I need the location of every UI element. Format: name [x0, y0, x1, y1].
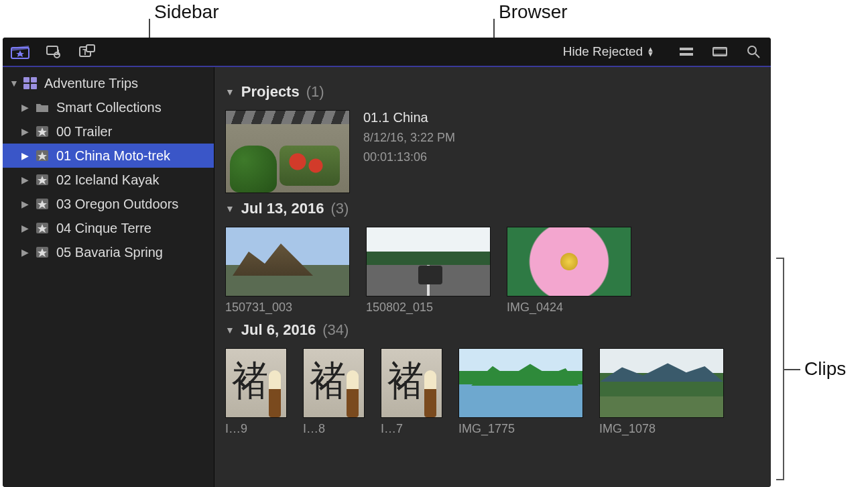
library-row[interactable]: ▼ Adventure Trips [3, 71, 214, 95]
project-duration: 00:01:13:06 [363, 150, 455, 164]
svg-marker-1 [16, 50, 24, 57]
titles-generators-icon[interactable]: T [78, 44, 97, 60]
sidebar-item-event[interactable]: ▶02 Iceland Kayak [3, 168, 214, 192]
disclosure-down-icon: ▼ [225, 203, 235, 214]
library-label: Adventure Trips [44, 76, 138, 91]
svg-rect-15 [31, 77, 37, 83]
thumb-scene [226, 124, 349, 193]
svg-rect-6 [86, 45, 95, 52]
clip-label: I…8 [303, 422, 365, 436]
section-count: (3) [330, 200, 349, 217]
clip-label: IMG_0424 [507, 301, 631, 315]
svg-rect-11 [713, 54, 727, 56]
clip-label: IMG_1775 [458, 422, 583, 436]
clip-item[interactable]: 150731_003 [225, 227, 350, 315]
clip-label: IMG_1078 [599, 422, 724, 436]
section-title: Jul 13, 2016 [241, 200, 324, 217]
callout-sidebar: Sidebar [154, 1, 219, 23]
svg-rect-16 [23, 84, 29, 89]
clip-thumbnail[interactable] [225, 227, 350, 296]
clip-item[interactable]: IMG_1775 [458, 348, 583, 436]
clips-bracket [776, 258, 784, 480]
clip-label: 150802_015 [366, 301, 491, 315]
svg-rect-14 [23, 77, 29, 83]
star-event-icon [35, 149, 50, 162]
section-count: (1) [306, 83, 324, 101]
app-window: T Hide Rejected ▲▼ ▼ Adventure Trips [3, 38, 771, 487]
clip-item[interactable]: I…8 [303, 348, 365, 436]
clip-filter-label: Hide Rejected [563, 44, 643, 59]
sidebar-item-label: 04 Cinque Terre [56, 221, 151, 236]
sidebar-item-label: 05 Bavaria Spring [56, 245, 163, 260]
toolbar: T Hide Rejected ▲▼ [3, 38, 771, 67]
updown-icon: ▲▼ [647, 47, 654, 56]
sidebar: ▼ Adventure Trips ▶Smart Collections▶00 … [3, 67, 214, 487]
clip-thumbnail[interactable] [599, 348, 724, 418]
project-thumbnail[interactable] [225, 110, 350, 193]
clapboard-star-icon[interactable] [11, 44, 29, 60]
clip-thumbnail[interactable] [381, 348, 442, 418]
section-title: Jul 6, 2016 [241, 321, 316, 339]
clip-grid: I…9I…8I…7IMG_1775IMG_1078 [225, 348, 760, 436]
project-date: 8/12/16, 3:22 PM [363, 131, 455, 145]
section-header-date[interactable]: ▼ Jul 6, 2016 (34) [225, 321, 760, 339]
photos-audio-icon[interactable] [44, 44, 63, 60]
clip-item[interactable]: IMG_1078 [599, 348, 724, 436]
clip-grid: 150731_003150802_015IMG_0424 [225, 227, 760, 315]
browser: ▼ Projects (1) 01.1 China 8/12/16, 3:22 … [214, 67, 771, 487]
callout-clips: Clips [804, 358, 846, 380]
clip-item[interactable]: 150802_015 [366, 227, 491, 315]
callout-browser: Browser [499, 1, 568, 23]
disclosure-right-icon: ▶ [21, 223, 31, 233]
sidebar-item-event[interactable]: ▶04 Cinque Terre [3, 216, 214, 240]
svg-rect-10 [713, 48, 727, 50]
sidebar-item-event[interactable]: ▶00 Trailer [3, 119, 214, 144]
svg-rect-8 [680, 53, 693, 56]
project-item[interactable]: 01.1 China 8/12/16, 3:22 PM 00:01:13:06 [225, 110, 760, 193]
sidebar-item-label: 01 China Moto-trek [56, 148, 170, 164]
svg-rect-17 [31, 84, 37, 89]
clip-label: 150731_003 [225, 301, 350, 315]
sidebar-item-label: Smart Collections [56, 100, 162, 115]
search-icon[interactable] [744, 44, 763, 60]
library-icon [23, 76, 38, 90]
disclosure-right-icon: ▶ [21, 126, 31, 137]
section-header-date[interactable]: ▼ Jul 13, 2016 (3) [225, 200, 760, 217]
clapper-stripe [226, 111, 349, 124]
callout-line-clips [784, 369, 800, 370]
svg-point-12 [748, 46, 756, 54]
clip-item[interactable]: I…9 [225, 348, 287, 436]
sidebar-item-event[interactable]: ▶03 Oregon Outdoors [3, 192, 214, 216]
disclosure-right-icon: ▶ [21, 199, 31, 209]
clip-thumbnail[interactable] [225, 348, 287, 418]
clip-thumbnail[interactable] [507, 227, 631, 296]
star-event-icon [35, 125, 50, 138]
sidebar-item-label: 02 Iceland Kayak [56, 172, 159, 188]
project-name: 01.1 China [363, 110, 455, 125]
clip-filter-dropdown[interactable]: Hide Rejected ▲▼ [563, 44, 654, 59]
star-event-icon [35, 197, 50, 211]
sidebar-item-event[interactable]: ▶05 Bavaria Spring [3, 240, 214, 264]
clip-label: I…9 [225, 422, 287, 436]
clip-item[interactable]: IMG_0424 [507, 227, 631, 315]
section-header-projects[interactable]: ▼ Projects (1) [225, 83, 760, 101]
disclosure-down-icon: ▼ [225, 87, 235, 97]
disclosure-down-icon: ▼ [9, 78, 19, 89]
sidebar-item-folder[interactable]: ▶Smart Collections [3, 95, 214, 119]
section-title: Projects [241, 83, 300, 101]
sidebar-item-label: 03 Oregon Outdoors [56, 197, 178, 212]
clip-thumbnail[interactable] [458, 348, 583, 418]
clip-item[interactable]: I…7 [381, 348, 442, 436]
sidebar-item-event[interactable]: ▶01 China Moto-trek [3, 144, 214, 168]
disclosure-right-icon: ▶ [21, 247, 31, 258]
filmstrip-view-icon[interactable] [710, 44, 729, 60]
clip-thumbnail[interactable] [303, 348, 365, 418]
disclosure-right-icon: ▶ [21, 150, 31, 161]
star-event-icon [35, 221, 50, 235]
star-event-icon [35, 173, 50, 186]
star-event-icon [35, 246, 50, 259]
clip-thumbnail[interactable] [366, 227, 491, 296]
list-view-icon[interactable] [677, 44, 696, 60]
disclosure-down-icon: ▼ [225, 325, 235, 335]
disclosure-right-icon: ▶ [21, 102, 31, 113]
